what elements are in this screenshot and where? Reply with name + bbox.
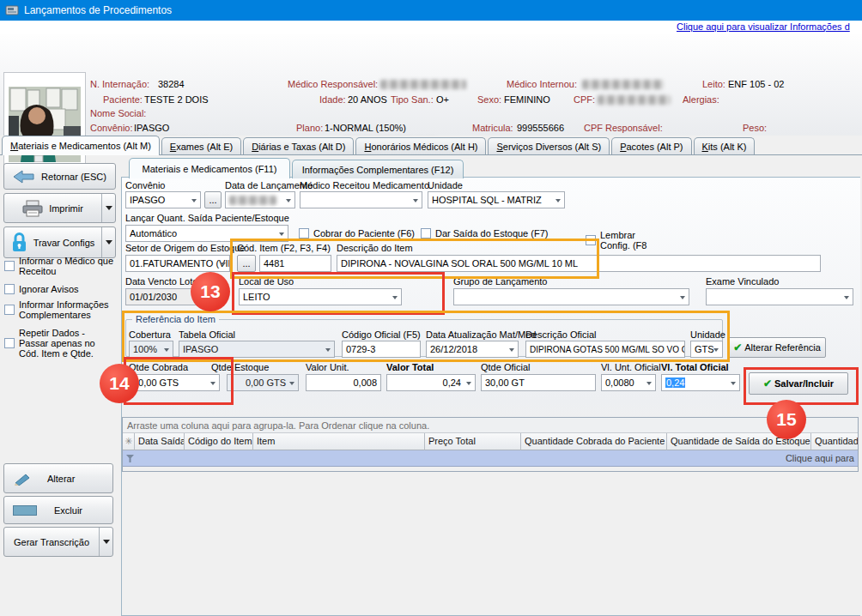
- alterar-button[interactable]: Alterar: [3, 463, 113, 493]
- title-bar: Lançamentos de Procedimentos: [0, 0, 862, 21]
- medico-receitou-label: Médico Receitou Medicamento: [300, 180, 429, 190]
- lock-icon: [11, 233, 27, 252]
- app-icon: [5, 3, 19, 17]
- tab-pacotes[interactable]: Pacotes (Alt P): [611, 137, 691, 154]
- subtab-informacoes-f12[interactable]: Informações Complementares (F12): [292, 160, 464, 178]
- cobertura-select[interactable]: 100%: [129, 341, 173, 358]
- link-row: Clique aqui para visualizar Informações …: [0, 21, 862, 34]
- checkbox-informar-medico[interactable]: Informar o Médico que Receitou: [4, 256, 116, 276]
- app-window: Lançamentos de Procedimentos Clique aqui…: [0, 0, 862, 616]
- value-sexo: FEMININO: [504, 94, 550, 105]
- travar-configs-button[interactable]: Travar Configs: [3, 226, 116, 258]
- data-lancamento-select[interactable]: [225, 191, 295, 208]
- convenio-browse-button[interactable]: ...: [204, 191, 222, 208]
- data-atualizacao-select[interactable]: 26/12/2018: [426, 341, 519, 358]
- medico-receitou-select[interactable]: [300, 191, 422, 208]
- convenio-select[interactable]: IPASGO: [125, 191, 201, 208]
- cod-item-input[interactable]: 4481: [259, 255, 331, 272]
- valor-total-select[interactable]: 0,24: [386, 374, 476, 391]
- tabela-oficial-label: Tabela Oficial: [179, 329, 235, 340]
- annotation-badge-13: 13: [191, 272, 230, 311]
- label-medico-responsavel: Médico Responsável:: [288, 79, 378, 89]
- convenio-label: Convênio: [125, 180, 165, 190]
- tab-servicos-diversos[interactable]: Serviços Diversos (Alt S): [488, 137, 610, 154]
- alterar-referencia-button[interactable]: ✔ Alterar Referência: [728, 337, 826, 358]
- info-link[interactable]: Clique aqui para visualizar Informações …: [677, 21, 862, 32]
- grid-col-codigo-item[interactable]: Código do Item: [185, 433, 253, 450]
- exame-vinculado-select[interactable]: [706, 288, 853, 305]
- label-plano: Plano:: [296, 123, 323, 133]
- tab-exames[interactable]: Exames (Alt E): [161, 137, 241, 154]
- cod-item-browse-button[interactable]: ...: [237, 255, 256, 272]
- vl-unt-oficial-select[interactable]: 0,0080: [601, 374, 656, 391]
- imprimir-button[interactable]: Imprimir: [3, 193, 116, 223]
- window-title: Lançamentos de Procedimentos: [24, 4, 172, 16]
- check-icon: ✔: [763, 377, 772, 390]
- descricao-item-input[interactable]: DIPIRONA - NOVALGINA SOL ORAL 500 MG/ML …: [337, 255, 821, 272]
- unidade-label: Unidade: [428, 180, 463, 190]
- qtde-cobrada-select[interactable]: 30,00 GTS: [129, 374, 220, 391]
- grupo-lancamento-select[interactable]: [453, 288, 689, 305]
- tabela-oficial-select[interactable]: IPASGO: [179, 341, 335, 358]
- tab-honorarios-medicos[interactable]: Honorários Médicos (Alt H): [355, 137, 486, 154]
- checkbox-lembrar-config[interactable]: Lembrar Config. (F8: [586, 230, 646, 251]
- vl-total-oficial-label: Vl. Total Oficial: [661, 362, 729, 372]
- grid-col-qtd-sa[interactable]: Quantidade de Sa: [811, 433, 858, 450]
- checkbox-cobrar-paciente[interactable]: Cobrar do Paciente (F6): [299, 228, 415, 239]
- unidade-oficial-select[interactable]: GTS: [690, 341, 723, 358]
- grid-col-item[interactable]: Item: [253, 433, 425, 450]
- lancar-quant-select[interactable]: Automático: [125, 225, 288, 242]
- unidade-select[interactable]: HOSPITAL SQL - MATRIZ: [428, 191, 565, 208]
- descricao-item-label: Descrição do Item: [337, 243, 413, 253]
- qtde-oficial-input[interactable]: 30,00 GT: [481, 374, 596, 391]
- grid-col-qtd-cobrada[interactable]: Quantidade Cobrada do Paciente: [521, 433, 667, 450]
- descricao-oficial-input[interactable]: DIPIRONA GOTAS 500 MG/ML SO VO GT: [525, 341, 685, 358]
- travar-configs-dropdown[interactable]: [101, 227, 115, 257]
- checkbox-repetir-dados[interactable]: Repetir Dados - Passar apenas no Cód. It…: [4, 328, 116, 359]
- label-nome-social: Nome Social:: [90, 108, 146, 118]
- checkbox-dar-saida[interactable]: Dar Saída do Estoque (F7): [421, 228, 548, 239]
- items-grid: Arraste uma coluna aqui para agrupa-la. …: [122, 417, 859, 472]
- imprimir-dropdown[interactable]: [101, 194, 115, 222]
- valor-total-label: Valor Total: [386, 362, 434, 372]
- checkbox-box: [4, 338, 15, 348]
- unidade-oficial-label: Unidade: [690, 329, 725, 340]
- grid-groupby-bar[interactable]: Arraste uma coluna aqui para agrupa-la. …: [123, 418, 858, 433]
- codigo-oficial-label: Código Oficial (F5): [342, 329, 421, 340]
- valor-unit-label: Valor Unit.: [306, 362, 349, 372]
- subtab-materiais-f11[interactable]: Materiais e Medicamentos (F11): [129, 158, 290, 178]
- value-internacao: 38284: [158, 79, 185, 89]
- lancar-quant-label: Lançar Quant. Saída Paciente/Estoque: [125, 213, 289, 223]
- excluir-button[interactable]: Excluir: [3, 496, 113, 524]
- local-uso-select[interactable]: LEITO: [239, 288, 402, 305]
- gerar-transcricao-button[interactable]: Gerar Transcrição: [3, 527, 113, 557]
- tab-materiais-medicamentos[interactable]: Materiais e Medicamentos (Alt M): [2, 136, 160, 155]
- valor-unit-input[interactable]: 0,008: [306, 374, 381, 391]
- gerar-transcricao-dropdown[interactable]: [99, 528, 112, 556]
- qtde-estoque-label: Qtde Estoque: [211, 362, 269, 372]
- redacted-medico-internou: [582, 80, 664, 89]
- tab-diarias-taxas[interactable]: Diárias e Taxas (Alt D): [243, 137, 354, 154]
- grid-col-data-saida[interactable]: Data Saída: [135, 433, 185, 450]
- cod-item-label: Cód. Item (F2, F3, F4): [237, 243, 331, 253]
- setor-origem-select[interactable]: 01.FATURAMENTO (VIRT: [125, 255, 230, 272]
- label-alergias: Alergias:: [683, 94, 719, 105]
- descricao-oficial-label: Descrição Oficial: [525, 329, 597, 340]
- label-internacao: N. Internação:: [90, 79, 149, 89]
- codigo-oficial-input[interactable]: 0729-3: [342, 341, 421, 358]
- grid-col-preco-total[interactable]: Preço Total: [425, 433, 521, 450]
- vl-total-oficial-select[interactable]: 0,24: [661, 374, 740, 391]
- qtde-estoque-select[interactable]: 0,00 GTS: [227, 374, 299, 391]
- value-tipo-san: O+: [436, 94, 449, 105]
- vl-unt-oficial-label: Vl. Unt. Oficial: [601, 362, 661, 372]
- salvar-incluir-button[interactable]: ✔ Salvar/Incluir: [749, 372, 848, 395]
- checkbox-ignorar-avisos[interactable]: Ignorar Avisos: [4, 284, 116, 294]
- checkbox-box: [299, 228, 309, 239]
- tab-kits[interactable]: Kits (Alt K): [694, 137, 756, 154]
- checkbox-informar-informacoes[interactable]: Informar Informações Complementares: [4, 299, 116, 320]
- label-paciente: Paciente:: [103, 94, 143, 105]
- grid-filter-row[interactable]: Clique aqui para: [123, 450, 858, 467]
- annotation-badge-14: 14: [100, 364, 139, 403]
- retornar-button[interactable]: Retornar (ESC): [3, 163, 116, 190]
- label-matricula: Matricula:: [472, 123, 513, 133]
